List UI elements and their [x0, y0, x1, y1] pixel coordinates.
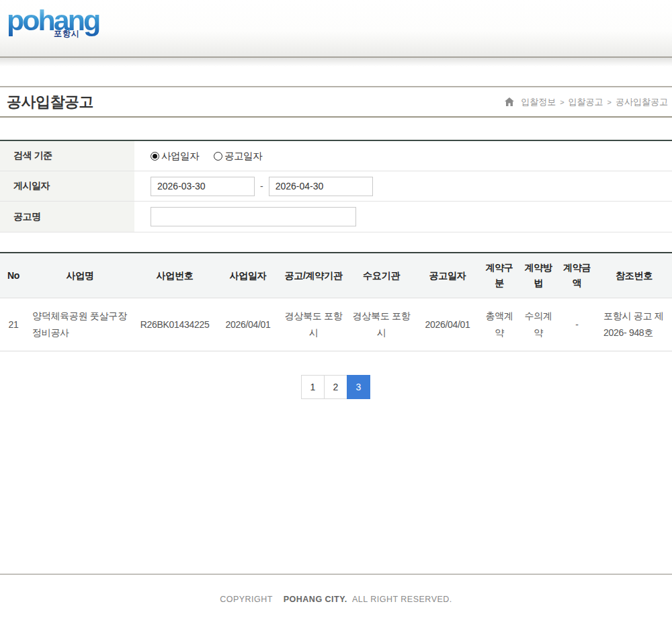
notice-name-input[interactable]	[151, 207, 356, 226]
pohang-logo-subtext: 포항시	[54, 28, 80, 40]
site-footer: COPYRIGHT POHANG CITY. ALL RIGHT RESERVE…	[0, 574, 672, 631]
copyright-suffix: ALL RIGHT RESERVED.	[352, 595, 452, 604]
page-title: 공사입찰공고	[7, 92, 93, 112]
cell-no: 21	[0, 298, 27, 351]
col-header-notice-org: 공고/계약기관	[280, 253, 347, 298]
page-button-1[interactable]: 1	[301, 375, 325, 399]
header-shadow	[0, 58, 672, 67]
radio-notice-date-label: 공고일자	[224, 150, 262, 163]
cell-demand-org: 경상북도 포항시	[347, 298, 415, 351]
radio-project-date-icon[interactable]	[151, 152, 159, 161]
breadcrumb: 입찰정보 > 입찰공고 > 공사입찰공고	[505, 96, 671, 108]
col-header-contract-type: 계약구분	[480, 253, 519, 298]
radio-project-date-label: 사업일자	[161, 150, 199, 163]
home-icon[interactable]	[505, 97, 514, 106]
cell-contract-method: 수의계약	[519, 298, 558, 351]
col-header-demand-org: 수요기관	[347, 253, 415, 298]
table-row[interactable]: 21 양덕체육공원 풋살구장 정비공사 R26BK01434225 2026/0…	[0, 298, 672, 351]
post-date-field: -	[134, 171, 672, 201]
col-header-no: No	[0, 253, 27, 298]
table-header-row: No 사업명 사업번호 사업일자 공고/계약기관 수요기관 공고일자 계약구분 …	[0, 253, 672, 298]
title-bar: 공사입찰공고 입찰정보 > 입찰공고 > 공사입찰공고	[0, 86, 672, 118]
col-header-project-no: 사업번호	[133, 253, 216, 298]
breadcrumb-item-current: 공사입찰공고	[616, 96, 668, 108]
site-header: pohang 포항시	[0, 0, 672, 58]
post-date-row: 게시일자 -	[0, 171, 672, 202]
date-range-separator: -	[260, 181, 263, 191]
col-header-notice-date: 공고일자	[415, 253, 480, 298]
breadcrumb-item-bid-notice[interactable]: 입찰공고	[569, 96, 603, 108]
notice-name-row: 공고명	[0, 202, 672, 232]
cell-project-date: 2026/04/01	[216, 298, 280, 351]
breadcrumb-separator: >	[560, 98, 564, 106]
cell-contract-type: 총액계약	[480, 298, 519, 351]
date-from-input[interactable]	[151, 177, 255, 196]
pohang-logo[interactable]: pohang 포항시	[7, 4, 108, 42]
breadcrumb-separator: >	[607, 98, 612, 106]
radio-notice-date[interactable]: 공고일자	[214, 150, 262, 163]
date-to-input[interactable]	[269, 177, 373, 196]
col-header-project-name: 사업명	[27, 253, 133, 298]
cell-notice-org: 경상북도 포항시	[280, 298, 347, 351]
search-criteria-field: 사업일자 공고일자	[134, 141, 672, 171]
copyright-company: POHANG CITY.	[284, 595, 347, 604]
radio-notice-date-icon[interactable]	[214, 152, 222, 161]
bid-results-table: No 사업명 사업번호 사업일자 공고/계약기관 수요기관 공고일자 계약구분 …	[0, 252, 672, 351]
notice-name-field	[134, 202, 672, 232]
breadcrumb-item-bid-info[interactable]: 입찰정보	[521, 96, 556, 108]
cell-notice-date: 2026/04/01	[415, 298, 480, 351]
cell-reference-no: 포항시 공고 제 2026- 948호	[596, 298, 672, 351]
page-button-2[interactable]: 2	[324, 375, 347, 399]
search-criteria-row: 검색 기준 사업일자 공고일자	[0, 141, 672, 171]
col-header-contract-method: 계약방법	[519, 253, 558, 298]
search-form: 검색 기준 사업일자 공고일자 게시일자 - 공고명	[0, 140, 672, 232]
search-criteria-label: 검색 기준	[0, 141, 134, 171]
col-header-project-date: 사업일자	[216, 253, 280, 298]
pagination: 1 2 3	[0, 375, 672, 399]
post-date-label: 게시일자	[0, 171, 134, 201]
page-button-3-active[interactable]: 3	[347, 375, 370, 399]
notice-name-label: 공고명	[0, 202, 134, 232]
cell-project-name: 양덕체육공원 풋살구장 정비공사	[27, 298, 133, 351]
cell-contract-amount: -	[558, 298, 596, 351]
copyright-prefix: COPYRIGHT	[220, 595, 273, 604]
cell-project-no: R26BK01434225	[133, 298, 216, 351]
col-header-contract-amount: 계약금액	[558, 253, 596, 298]
radio-project-date[interactable]: 사업일자	[151, 150, 199, 163]
col-header-reference-no: 참조번호	[596, 253, 672, 298]
